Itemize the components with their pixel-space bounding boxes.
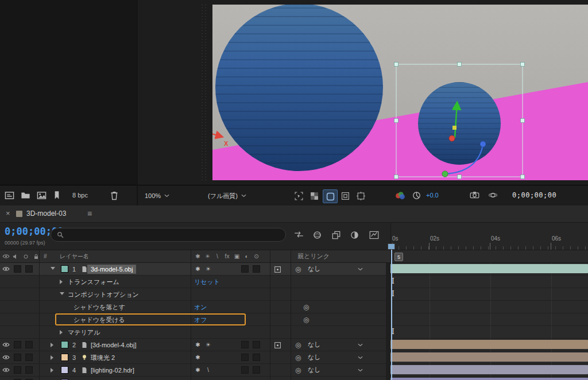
layer-row-4[interactable]: 4 [lighting-02.hdr] ✱ \ ◎ なし [0, 364, 588, 377]
layer-name[interactable]: 3d-model-5.obj [87, 265, 136, 274]
layer-search-field[interactable] [51, 228, 286, 242]
composition-viewport[interactable]: Y X Z [138, 0, 588, 185]
parent-dropdown[interactable]: なし [305, 365, 365, 375]
track-lane[interactable]: I [390, 326, 588, 339]
playhead-line[interactable] [391, 243, 392, 380]
pickwhip-icon[interactable]: ◎ [303, 313, 309, 326]
viewer-timecode[interactable]: 0;00;00;00 [512, 191, 556, 199]
panel-list-button[interactable] [5, 191, 14, 200]
eye-icon[interactable] [2, 355, 10, 360]
time-ruler[interactable]: 0s 02s 04s 06s [390, 223, 588, 250]
composition-tab-title[interactable]: 3D-model-03 [26, 210, 66, 218]
switch-box[interactable] [253, 366, 260, 374]
geometry-options-icon[interactable] [274, 266, 281, 273]
graph-editor-button[interactable] [369, 231, 379, 239]
switch-quality[interactable]: ✱ [193, 364, 203, 377]
pickwhip-icon[interactable]: ◎ [295, 263, 301, 276]
parent-link-column-header[interactable]: 親とリンク [297, 250, 330, 262]
switch-box[interactable] [14, 366, 21, 374]
switch-box[interactable] [14, 341, 21, 348]
search-input[interactable] [68, 231, 272, 239]
pickwhip-icon[interactable]: ◎ [295, 364, 301, 377]
switch-box[interactable] [14, 354, 21, 361]
expander-icon[interactable] [60, 280, 63, 284]
exposure-value[interactable]: +0.0 [426, 192, 439, 199]
playhead-frame-marker[interactable]: 5 [394, 253, 403, 261]
track-lane[interactable] [390, 339, 588, 351]
label-color-swatch[interactable] [61, 341, 68, 348]
layer-duration-bar[interactable] [390, 340, 588, 349]
marker-strip[interactable]: 5 [390, 250, 588, 263]
frame-blending-button[interactable] [332, 231, 341, 239]
switch-box[interactable] [241, 366, 249, 374]
switch-quality[interactable]: ✱ [193, 351, 203, 364]
row-material-group[interactable]: マテリアル I [0, 326, 588, 339]
row-casts-shadows[interactable]: シャドウを落とす オン ◎ [0, 301, 588, 313]
track-lane[interactable] [390, 263, 588, 276]
label-color-swatch[interactable] [61, 366, 68, 374]
eye-icon[interactable] [2, 367, 10, 373]
exposure-reset-button[interactable] [412, 191, 421, 200]
switch-box[interactable] [253, 341, 260, 348]
parent-dropdown[interactable]: なし [305, 352, 365, 362]
row-composite-options-group[interactable]: コンポジットオプション I [0, 288, 588, 301]
switch-quality[interactable]: ✱ [193, 339, 203, 351]
safe-margins-button[interactable] [354, 189, 368, 202]
parent-dropdown[interactable]: なし [305, 264, 365, 274]
expander-icon[interactable] [51, 267, 55, 270]
reset-link[interactable]: リセット [194, 276, 220, 288]
expander-icon[interactable] [60, 330, 63, 335]
row-accepts-shadows[interactable]: シャドウを受ける オフ ◎ [0, 313, 588, 326]
row-transform-group[interactable]: トランスフォーム リセット I [0, 276, 588, 288]
label-color-swatch[interactable] [61, 354, 68, 361]
track-lane[interactable] [390, 364, 588, 377]
layer-name[interactable]: 環境光 2 [91, 351, 115, 364]
zoom-dropdown[interactable]: 100% [145, 189, 169, 202]
mini-flowchart-button[interactable] [294, 231, 304, 238]
layer-duration-bar[interactable] [390, 378, 588, 380]
track-lane[interactable] [390, 313, 588, 326]
label-color-swatch[interactable] [61, 265, 68, 273]
switch-box[interactable] [25, 341, 33, 348]
switch-collapse[interactable]: ☀ [203, 339, 213, 351]
switch-box[interactable] [25, 366, 33, 374]
geometry-options-icon[interactable] [274, 342, 281, 349]
guide-options-button[interactable] [338, 189, 352, 202]
switch-box[interactable] [25, 354, 33, 361]
track-lane[interactable] [390, 377, 588, 380]
group-label[interactable]: トランスフォーム [68, 276, 119, 288]
track-lane[interactable] [390, 301, 588, 313]
eye-icon[interactable] [2, 266, 10, 272]
3d-view-button[interactable] [488, 191, 498, 199]
switch-collapse[interactable]: ☀ [203, 263, 213, 276]
layer-name-column-header[interactable]: レイヤー名 [60, 250, 89, 262]
switch-box[interactable] [241, 354, 249, 361]
track-lane[interactable]: I [390, 288, 588, 301]
layer-row-1[interactable]: 1 3d-model-5.obj ✱ ☀ ◎ なし [0, 263, 588, 276]
layer-row-3[interactable]: 3 環境光 2 ✱ ◎ なし [0, 351, 588, 364]
channel-display-button[interactable] [395, 192, 405, 200]
region-of-interest-button[interactable] [292, 189, 305, 202]
motion-blur-button[interactable] [350, 231, 359, 239]
pickwhip-icon[interactable]: ◎ [303, 301, 309, 313]
panel-menu-icon[interactable]: ≡ [87, 209, 92, 218]
group-label[interactable]: マテリアル [68, 326, 100, 339]
transparency-grid-button[interactable] [307, 189, 321, 202]
expander-icon[interactable] [51, 343, 53, 347]
expander-icon[interactable] [60, 292, 64, 295]
pickwhip-icon[interactable]: ◎ [295, 351, 301, 364]
layer-duration-bar[interactable] [390, 352, 588, 362]
snapshot-camera-button[interactable] [470, 191, 479, 199]
switch-box[interactable] [253, 354, 260, 361]
eye-icon[interactable] [2, 342, 10, 347]
layer-name[interactable]: [lighting-02.hdr] [91, 364, 134, 377]
switch-box[interactable] [253, 265, 260, 273]
group-label[interactable]: コンポジットオプション [68, 288, 139, 301]
playhead-handle[interactable] [388, 243, 395, 250]
project-panel[interactable] [0, 0, 137, 185]
parent-dropdown[interactable]: なし [305, 340, 365, 350]
layer-duration-bar[interactable] [390, 264, 588, 273]
footage-interpret-button[interactable] [37, 191, 47, 200]
color-depth-button[interactable]: 8 bpc [72, 192, 88, 199]
switch-box[interactable] [241, 341, 249, 348]
